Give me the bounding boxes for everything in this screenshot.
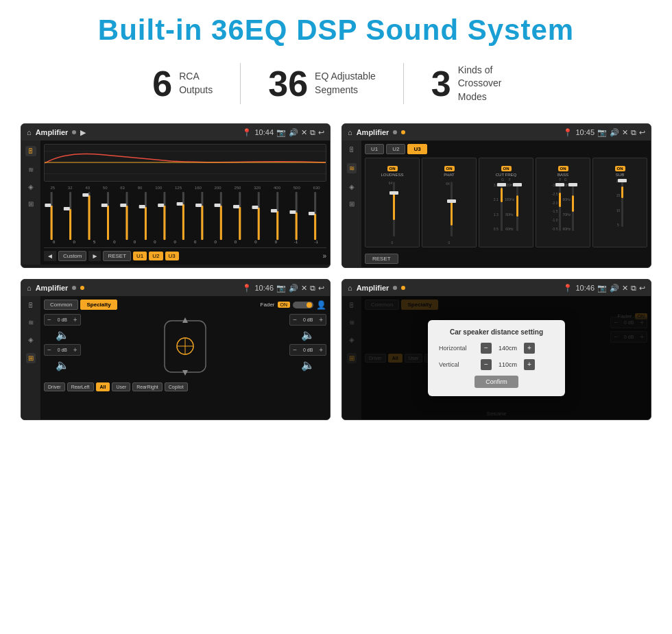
svg-rect-48	[309, 212, 315, 215]
crossover-reset-button[interactable]: RESET	[365, 254, 398, 264]
sub-track[interactable]	[621, 179, 623, 227]
sidebar3-wave-icon[interactable]: ≋	[28, 319, 34, 326]
pos-user-button[interactable]: User	[112, 382, 130, 391]
eq-prev-button[interactable]: ◄	[44, 251, 56, 261]
sidebar2-wave-icon[interactable]: ≋	[347, 163, 357, 173]
db4-plus-button[interactable]: +	[319, 346, 323, 354]
vertical-plus-button[interactable]: +	[524, 359, 535, 370]
page-wrapper: Built-in 36EQ DSP Sound System 6 RCAOutp…	[0, 0, 672, 434]
db1-minus-button[interactable]: −	[47, 316, 51, 324]
cutfreq-track1[interactable]	[501, 183, 503, 231]
cutfreq-track2[interactable]	[516, 183, 518, 231]
eq-u2-button[interactable]: U2	[149, 252, 163, 260]
home-icon-1: ⌂	[27, 128, 32, 136]
channel-phat: ON PHAT 64	[422, 158, 477, 247]
eq-u1-button[interactable]: U1	[133, 252, 147, 260]
dialog-title: Car speaker distance setting	[439, 328, 554, 336]
screen3-topbar: ⌂ Amplifier 📍 10:46 📷 🔊 ✕ ⧉ ↩	[21, 280, 330, 296]
eq-graph	[44, 144, 326, 182]
db2-minus-button[interactable]: −	[293, 316, 297, 324]
horizontal-label: Horizontal	[439, 345, 477, 352]
svg-rect-32	[220, 206, 222, 240]
sidebar3-eq-icon[interactable]: 🎚	[27, 302, 34, 309]
main-title: Built-in 36EQ DSP Sound System	[21, 14, 651, 47]
channel-loudness: ON LOUDNESS 64	[365, 158, 420, 247]
fader-slider[interactable]	[293, 302, 313, 308]
confirm-button[interactable]: Confirm	[475, 376, 518, 388]
topbar1-right: 📍 10:44 📷 🔊 ✕ ⧉ ↩	[242, 128, 324, 137]
bass-sliders: -3.0-2.5-2.0-1.5-1.0-0.5 90Hz80Hz70Hz60H…	[538, 183, 588, 238]
dialog-overlay: Car speaker distance setting Horizontal …	[342, 296, 651, 419]
svg-rect-20	[145, 207, 147, 240]
home-icon-3: ⌂	[27, 284, 32, 292]
screen4-topbar: ⌂ Amplifier 📍 10:46 📷 🔊 ✕ ⧉ ↩	[342, 280, 651, 296]
preset-u1-button[interactable]: U1	[365, 144, 384, 154]
sidebar-wave-icon[interactable]: ≋	[28, 166, 34, 173]
sidebar-channel-icon[interactable]: ⊞	[28, 200, 34, 208]
db2-plus-button[interactable]: +	[319, 316, 323, 324]
eq-custom-button[interactable]: Custom	[58, 251, 87, 261]
freq-labels: 25 32 40 50 63 80 100 125 160 200 250 32…	[44, 186, 326, 190]
sub-label: SUB	[595, 173, 645, 177]
rec-dot-1	[72, 130, 76, 134]
freq-40: 40	[85, 186, 90, 190]
db3-minus-button[interactable]: −	[47, 346, 51, 354]
freq-250: 250	[234, 186, 241, 190]
db3-plus-button[interactable]: +	[73, 346, 77, 354]
sidebar2-eq-icon[interactable]: 🎚	[348, 146, 355, 154]
stat-label-crossover: Kinds ofCrossover Modes	[458, 64, 520, 104]
svg-marker-53	[182, 317, 188, 323]
db2-value: 0 dB	[298, 317, 317, 322]
freq-100: 100	[155, 186, 162, 190]
phat-track[interactable]	[451, 182, 453, 236]
pos-all-button[interactable]: All	[96, 382, 110, 391]
sidebar2-sound-icon[interactable]: ◈	[349, 183, 355, 191]
location-icon-2: 📍	[563, 128, 573, 137]
svg-rect-15	[101, 204, 108, 207]
svg-rect-44	[296, 212, 298, 240]
sidebar-sound-icon[interactable]: ◈	[28, 183, 34, 191]
eq-reset-button[interactable]: RESET	[103, 251, 131, 261]
sidebar2-channel-icon[interactable]: ⊞	[349, 200, 355, 208]
horizontal-minus-button[interactable]: −	[481, 343, 492, 354]
crossover-content: U1 U2 U3 ON LOUDNESS 64	[361, 141, 651, 267]
svg-rect-36	[233, 205, 239, 208]
preset-u3-button[interactable]: U3	[407, 144, 427, 154]
eq-next-button[interactable]: ►	[88, 251, 101, 261]
topbar4-title: Amplifier	[357, 284, 389, 292]
sidebar3-channel-icon[interactable]: ⊞	[26, 353, 36, 363]
pos-rearleft-button[interactable]: RearLeft	[67, 382, 94, 391]
val-2: 0	[69, 240, 79, 244]
svg-marker-54	[182, 370, 188, 376]
sidebar-eq-icon[interactable]: 🎚	[25, 146, 36, 156]
stat-label-eq: EQ AdjustableSegments	[315, 70, 376, 97]
bass-track2[interactable]	[572, 183, 574, 231]
pos-copilot-button[interactable]: Copilot	[165, 382, 188, 391]
eq-sliders	[44, 192, 326, 240]
horizontal-plus-button[interactable]: +	[524, 343, 535, 354]
sub-sliders: 2015105	[595, 179, 645, 234]
val-10: 0	[231, 240, 241, 244]
sub-on-badge: ON	[615, 166, 625, 171]
svg-rect-35	[239, 207, 241, 240]
vertical-minus-button[interactable]: −	[481, 359, 492, 370]
svg-rect-24	[158, 204, 164, 207]
preset-u2-button[interactable]: U2	[386, 144, 405, 154]
db1-plus-button[interactable]: +	[73, 316, 77, 324]
sidebar3-sound-icon[interactable]: ◈	[28, 336, 34, 343]
loudness-on-badge: ON	[387, 166, 398, 171]
rec-dot-4b	[401, 286, 405, 290]
loudness-track[interactable]	[393, 182, 395, 236]
bass-track1[interactable]	[559, 183, 561, 231]
eq-content: 25 32 40 50 63 80 100 125 160 200 250 32…	[40, 141, 330, 265]
pos-driver-button[interactable]: Driver	[44, 382, 65, 391]
eq-u3-button[interactable]: U3	[165, 252, 179, 260]
topbar3-left: ⌂ Amplifier	[27, 284, 84, 292]
tab-common-button[interactable]: Common	[44, 300, 78, 310]
channel-strips: ON LOUDNESS 64	[365, 158, 647, 247]
freq-63: 63	[120, 186, 125, 190]
pos-rearright-button[interactable]: RearRight	[132, 382, 163, 391]
tab-specialty-button[interactable]: Specialty	[80, 300, 117, 310]
svg-rect-38	[258, 208, 260, 240]
db4-minus-button[interactable]: −	[293, 346, 297, 354]
